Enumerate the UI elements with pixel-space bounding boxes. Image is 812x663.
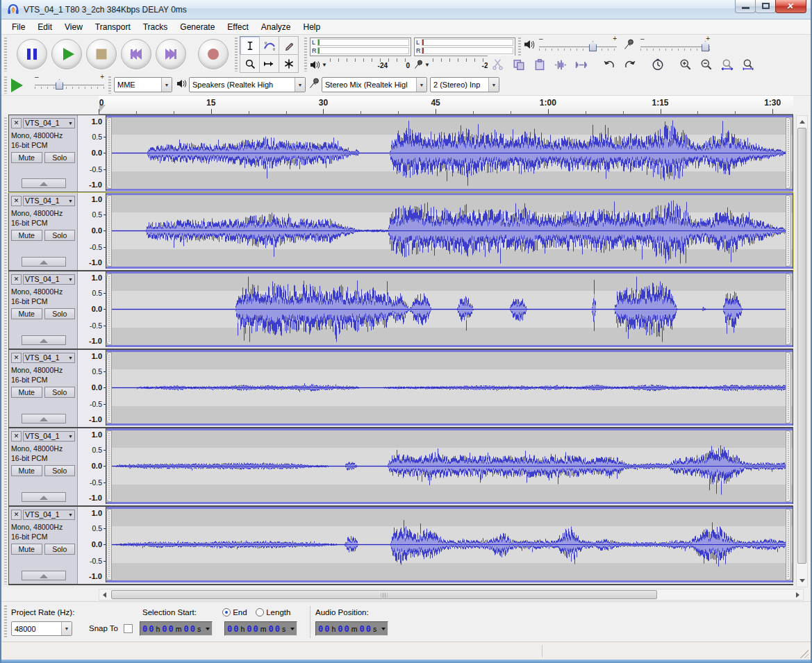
time-digits[interactable]: 00 xyxy=(338,624,350,634)
fit-project-button[interactable] xyxy=(738,56,759,73)
maximize-button[interactable] xyxy=(755,0,776,13)
track-control-panel[interactable]: ✕VTS_04_1▼Mono, 48000Hz16-bit PCMMuteSol… xyxy=(8,507,78,584)
selection-start-field[interactable]: 00h00m00s xyxy=(140,621,213,636)
waveform-area[interactable] xyxy=(106,193,793,269)
stop-button[interactable] xyxy=(86,39,117,69)
selection-tool[interactable] xyxy=(240,36,260,55)
close-button[interactable]: ✕ xyxy=(775,0,806,13)
menu-analyze[interactable]: Analyze xyxy=(255,20,297,34)
clip-left-handle[interactable] xyxy=(106,117,112,189)
redo-button[interactable] xyxy=(620,56,640,73)
cut-button[interactable] xyxy=(488,56,508,73)
time-digits[interactable]: 00 xyxy=(162,624,174,634)
skip-to-start-button[interactable] xyxy=(121,39,151,69)
menu-tracks[interactable]: Tracks xyxy=(137,20,174,34)
selection-toolbar-grip[interactable] xyxy=(4,605,7,639)
time-digits[interactable]: 00 xyxy=(318,624,331,634)
track-control-panel[interactable]: ✕VTS_04_1▼Mono, 48000Hz16-bit PCMMuteSol… xyxy=(8,115,78,192)
vertical-scale-ruler[interactable]: 1.00.50.0-0.5-1.0 xyxy=(79,193,106,270)
mute-button[interactable]: Mute xyxy=(11,387,42,398)
mute-button[interactable]: Mute xyxy=(11,230,42,241)
clip-left-handle[interactable] xyxy=(106,509,112,580)
trim-outside-selection-button[interactable] xyxy=(550,56,571,73)
meter-toolbar-grip[interactable] xyxy=(304,37,307,72)
minimize-button[interactable] xyxy=(735,0,756,13)
meter-dropdown-arrow[interactable]: ▼ xyxy=(322,62,327,68)
vertical-scrollbar-thumb[interactable] xyxy=(797,128,806,564)
track-collapse-button[interactable] xyxy=(22,178,66,188)
clip-right-handle[interactable] xyxy=(786,274,791,345)
skip-to-end-button[interactable] xyxy=(156,39,186,69)
zoom-out-button[interactable] xyxy=(696,56,717,73)
paste-button[interactable] xyxy=(529,56,550,73)
time-format-dropdown[interactable] xyxy=(288,622,297,635)
scroll-up-arrow[interactable] xyxy=(799,120,805,124)
time-digits[interactable]: 00 xyxy=(360,624,372,634)
time-digits[interactable]: 00 xyxy=(142,624,155,634)
play-button[interactable] xyxy=(51,39,82,69)
selection-end-field[interactable]: 00h00m00s xyxy=(224,621,297,636)
transport-toolbar-grip[interactable] xyxy=(4,37,7,72)
window-resize-grip[interactable] xyxy=(800,650,809,658)
track-close-button[interactable]: ✕ xyxy=(11,196,22,206)
solo-button[interactable]: Solo xyxy=(44,308,76,319)
solo-button[interactable]: Solo xyxy=(44,544,76,555)
zoom-in-button[interactable] xyxy=(675,56,696,73)
meter-dropdown-arrow[interactable]: ▼ xyxy=(424,62,430,68)
end-radio[interactable]: End xyxy=(222,608,247,616)
track-collapse-button[interactable] xyxy=(22,257,66,267)
track-collapse-button[interactable] xyxy=(22,571,66,580)
track-title-dropdown[interactable]: VTS_04_1▼ xyxy=(23,118,75,128)
time-digits[interactable]: 00 xyxy=(269,624,281,634)
menu-view[interactable]: View xyxy=(58,20,89,34)
device-toolbar-grip[interactable] xyxy=(108,76,111,94)
track-title-dropdown[interactable]: VTS_04_1▼ xyxy=(23,431,75,442)
track-collapse-button[interactable] xyxy=(22,492,66,502)
playback-meter[interactable]: L R ▼ -240 xyxy=(310,37,411,72)
mute-button[interactable]: Mute xyxy=(11,465,42,476)
length-radio[interactable]: Length xyxy=(256,608,290,616)
track-close-button[interactable]: ✕ xyxy=(11,431,22,442)
clip-left-handle[interactable] xyxy=(106,195,112,267)
mute-button[interactable]: Mute xyxy=(11,544,42,555)
solo-button[interactable]: Solo xyxy=(44,387,76,398)
time-shift-tool[interactable] xyxy=(259,54,279,73)
time-format-dropdown[interactable] xyxy=(204,622,212,635)
vertical-scale-ruler[interactable]: 1.00.50.0-0.5-1.0 xyxy=(79,350,106,427)
clip-right-handle[interactable] xyxy=(786,117,791,189)
waveform-area[interactable] xyxy=(106,428,793,504)
vertical-scrollbar[interactable] xyxy=(796,115,808,587)
track-control-panel[interactable]: ✕VTS_04_1▼Mono, 48000Hz16-bit PCMMuteSol… xyxy=(8,271,78,349)
vertical-scale-ruler[interactable]: 1.00.50.0-0.5-1.0 xyxy=(79,507,106,584)
clip-left-handle[interactable] xyxy=(106,352,112,423)
time-digits[interactable]: 00 xyxy=(247,624,259,634)
end-radio-circle[interactable] xyxy=(222,608,231,616)
fit-selection-button[interactable] xyxy=(717,56,738,73)
playback-speed-slider[interactable]: –+ xyxy=(35,78,104,92)
horizontal-scrollbar[interactable] xyxy=(99,589,804,601)
menu-generate[interactable]: Generate xyxy=(174,20,221,34)
horizontal-scrollbar-thumb[interactable] xyxy=(111,590,657,599)
time-digits[interactable]: 00 xyxy=(227,624,240,634)
undo-button[interactable] xyxy=(599,56,620,73)
playback-device-select[interactable]: Speakers (Realtek High▼ xyxy=(189,77,306,92)
track-collapse-button[interactable] xyxy=(22,335,66,345)
envelope-tool[interactable] xyxy=(259,36,279,55)
title-bar[interactable]: VTS_04_1 T80 3_2ch 384Kbps DELAY 0ms ✕ xyxy=(1,0,811,19)
menu-file[interactable]: File xyxy=(6,20,31,34)
clip-right-handle[interactable] xyxy=(786,195,791,267)
waveform-area[interactable] xyxy=(106,271,793,347)
draw-tool[interactable] xyxy=(279,36,299,55)
multi-tool[interactable] xyxy=(279,54,299,73)
input-volume-thumb[interactable] xyxy=(702,41,709,51)
track-title-dropdown[interactable]: VTS_04_1▼ xyxy=(23,510,75,520)
pause-button[interactable] xyxy=(17,39,47,69)
track-title-dropdown[interactable]: VTS_04_1▼ xyxy=(23,274,75,285)
timeline-ruler[interactable]: 01530451:001:151:30 xyxy=(99,96,793,115)
menu-help[interactable]: Help xyxy=(297,20,327,34)
clip-right-handle[interactable] xyxy=(786,430,791,502)
scroll-down-arrow[interactable] xyxy=(799,579,805,582)
record-button[interactable] xyxy=(198,39,229,69)
playback-speed-thumb[interactable] xyxy=(56,79,63,90)
vertical-scale-ruler[interactable]: 1.00.50.0-0.5-1.0 xyxy=(79,428,106,505)
